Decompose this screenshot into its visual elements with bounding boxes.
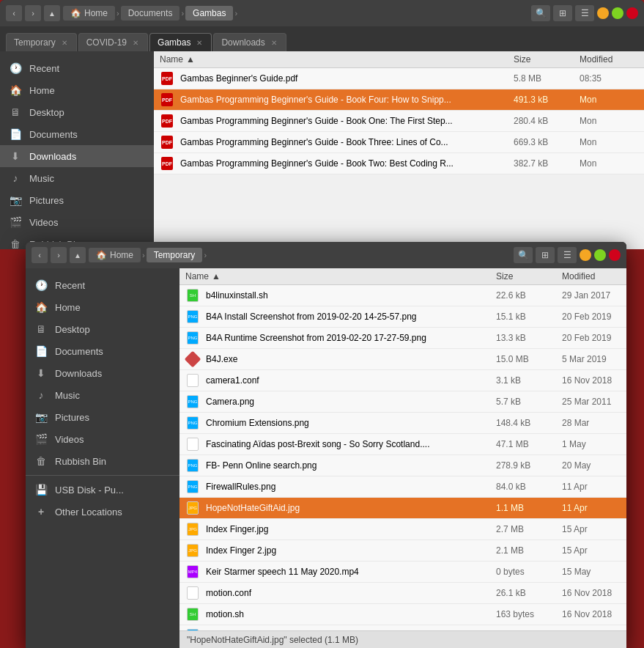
sidebar-item-rubbish-2[interactable]: 🗑 Rubbish Bin <box>26 450 179 472</box>
pictures-icon-1: 📷 <box>9 194 22 207</box>
sidebar-item-desktop-2[interactable]: 🖥 Desktop <box>26 318 179 340</box>
forward-button-1[interactable]: › <box>25 5 41 21</box>
sidebar-item-documents-2[interactable]: 📄 Documents <box>26 340 179 362</box>
back-button-2[interactable]: ‹ <box>32 247 48 263</box>
breadcrumb-home-1[interactable]: 🏠 Home <box>63 6 115 21</box>
tab-covid-1[interactable]: COVID-19 ✕ <box>78 33 148 51</box>
tab-temporary-1[interactable]: Temporary ✕ <box>6 33 77 51</box>
home-icon-2: 🏠 <box>96 250 107 260</box>
col-modified-2[interactable]: Modified <box>562 271 621 281</box>
sidebar-item-music-2[interactable]: ♪ Music <box>26 384 179 406</box>
breadcrumb-temporary-2[interactable]: Temporary <box>147 248 203 262</box>
col-size-1[interactable]: Size <box>514 54 580 65</box>
sidebar-item-documents-1[interactable]: 📄 Documents <box>0 123 154 145</box>
file-icon: JPG <box>185 543 200 558</box>
table-row[interactable]: PNG Chromium Extensions.png 148.4 kB 28 … <box>179 413 626 434</box>
file-icon: SH <box>185 288 200 303</box>
sidebar-item-home-2[interactable]: 🏠 Home <box>26 296 179 318</box>
sidebar-item-videos-2[interactable]: 🎬 Videos <box>26 428 179 450</box>
table-row[interactable]: PDF Gambas Programming Beginner's Guide … <box>154 153 644 174</box>
tab-close-downloads-1[interactable]: ✕ <box>270 39 278 47</box>
sidebar-item-other-2[interactable]: + Other Locations <box>26 501 179 523</box>
sidebar-item-recent-1[interactable]: 🕐 Recent <box>0 57 154 79</box>
sidebar-item-recent-2[interactable]: 🕐 Recent <box>26 274 179 296</box>
sidebar-item-home-1[interactable]: 🏠 Home <box>0 79 154 101</box>
minimize-button-1[interactable] <box>597 7 609 19</box>
menu-button-2[interactable]: ☰ <box>558 247 577 263</box>
desktop-icon-2: 🖥 <box>34 323 48 336</box>
table-row[interactable]: Fascinating Aïdas post-Brexit song - So … <box>179 434 626 455</box>
file-icon-pdf: PDF <box>160 114 174 128</box>
search-button-1[interactable]: 🔍 <box>531 5 550 21</box>
minimize-button-2[interactable] <box>580 249 591 261</box>
other-icon-2: + <box>34 505 48 518</box>
table-row[interactable]: PNG Camera.png 5.7 kB 25 Mar 2011 <box>179 391 626 413</box>
table-row[interactable]: PDF Gambas Programming Beginner's Guide … <box>154 111 644 132</box>
table-row[interactable]: JPG Index Finger 2.jpg 2.1 MB 15 Apr <box>179 540 626 562</box>
file-icon <box>185 373 200 388</box>
col-modified-1[interactable]: Modified <box>580 54 638 65</box>
close-button-1[interactable] <box>626 7 638 19</box>
table-row[interactable]: PDF Gambas Programming Beginner's Guide … <box>154 132 644 153</box>
home-icon-sidebar-1: 🏠 <box>9 84 22 97</box>
col-name-2[interactable]: Name ▲ <box>185 271 496 281</box>
table-row[interactable]: PNG FirewallRules.png 84.0 kB 11 Apr <box>179 476 626 498</box>
breadcrumb-gambas-1[interactable]: Gambas <box>185 6 233 21</box>
rubbish-icon-2: 🗑 <box>34 454 48 468</box>
table-row[interactable]: PNG B4A Install Screenshot from 2019-02-… <box>179 306 626 328</box>
rubbish-icon-1: 🗑 <box>9 238 22 249</box>
window2: ‹ › ▲ 🏠 Home › Temporary › 🔍 ⊞ ☰ <box>26 242 626 648</box>
table-row[interactable]: PNG B4A Runtime Screenshot from 2019-02-… <box>179 328 626 349</box>
table-row[interactable]: PNG FB- Penn Online search.png 278.9 kB … <box>179 455 626 476</box>
table-row[interactable]: SH motion.sh 163 bytes 16 Nov 2018 <box>179 604 626 625</box>
table-row[interactable]: motion.conf 26.1 kB 16 Nov 2018 <box>179 583 626 604</box>
sidebar-item-music-1[interactable]: ♪ Music <box>0 167 154 189</box>
file-icon-pdf: PDF <box>160 156 174 171</box>
table-row[interactable]: PNG Thunderbird Extensions.png 98.6 kB 2… <box>179 625 626 630</box>
sidebar-item-pictures-1[interactable]: 📷 Pictures <box>0 189 154 211</box>
forward-button-2[interactable]: › <box>51 247 67 263</box>
search-button-2[interactable]: 🔍 <box>514 247 533 263</box>
sidebar-item-pictures-2[interactable]: 📷 Pictures <box>26 406 179 428</box>
back-button-1[interactable]: ‹ <box>6 5 22 21</box>
tab-close-covid-1[interactable]: ✕ <box>131 39 140 47</box>
file-icon-pdf: PDF <box>160 92 174 107</box>
table-row[interactable]: B4J.exe 15.0 MB 5 Mar 2019 <box>179 349 626 370</box>
content-area-1: 🕐 Recent 🏠 Home 🖥 Desktop 📄 Documents ⬇ … <box>0 51 644 249</box>
up-button-1[interactable]: ▲ <box>44 5 60 21</box>
table-row[interactable]: MP4 Keir Starmer speech 11 May 2020.mp4 … <box>179 562 626 583</box>
table-row[interactable]: JPG HopeNotHateGiftAid.jpg 1.1 MB 11 Apr <box>179 498 626 519</box>
table-row[interactable]: JPG Index Finger.jpg 2.7 MB 15 Apr <box>179 519 626 540</box>
home-icon-1: 🏠 <box>70 8 81 18</box>
col-size-2[interactable]: Size <box>496 271 562 281</box>
titlebar-actions-1: 🔍 ⊞ ☰ <box>531 5 638 21</box>
breadcrumb-documents-1[interactable]: Documents <box>121 6 180 21</box>
sidebar-item-usb-2[interactable]: 💾 USB Disk - Pu... <box>26 479 179 501</box>
maximize-button-2[interactable] <box>594 249 606 261</box>
file-icon: MP4 <box>185 564 200 579</box>
close-button-2[interactable] <box>609 249 621 261</box>
maximize-button-1[interactable] <box>612 7 623 19</box>
sidebar-item-downloads-1[interactable]: ⬇ Downloads <box>0 145 154 167</box>
tab-gambas-1[interactable]: Gambas ✕ <box>149 33 212 51</box>
col-name-1[interactable]: Name ▲ <box>160 54 514 65</box>
table-row[interactable]: PDF Gambas Beginner's Guide.pdf 5.8 MB 0… <box>154 68 644 89</box>
up-button-2[interactable]: ▲ <box>70 247 86 263</box>
sidebar-divider-2 <box>26 475 179 476</box>
sidebar-item-videos-1[interactable]: 🎬 Videos <box>0 211 154 233</box>
table-row[interactable]: SH b4linuxinstall.sh 22.6 kB 29 Jan 2017 <box>179 285 626 306</box>
sidebar-item-desktop-1[interactable]: 🖥 Desktop <box>0 101 154 123</box>
tab-close-gambas-1[interactable]: ✕ <box>195 39 204 47</box>
file-icon: JPG <box>185 501 200 515</box>
sidebar-item-downloads-2[interactable]: ⬇ Downloads <box>26 362 179 384</box>
tab-close-temporary-1[interactable]: ✕ <box>60 39 69 47</box>
breadcrumb-home-2[interactable]: 🏠 Home <box>89 248 141 262</box>
tab-downloads-1[interactable]: Downloads ✕ <box>213 33 286 51</box>
window1: ‹ › ▲ 🏠 Home › Documents › Gambas › 🔍 ⊞ … <box>0 0 644 249</box>
view-grid-button-1[interactable]: ⊞ <box>553 5 572 21</box>
table-row[interactable]: PDF Gambas Programming Beginner's Guide … <box>154 89 644 111</box>
table-row[interactable]: camera1.conf 3.1 kB 16 Nov 2018 <box>179 370 626 391</box>
titlebar-2: ‹ › ▲ 🏠 Home › Temporary › 🔍 ⊞ ☰ <box>26 242 626 268</box>
view-grid-button-2[interactable]: ⊞ <box>536 247 555 263</box>
menu-button-1[interactable]: ☰ <box>575 5 594 21</box>
